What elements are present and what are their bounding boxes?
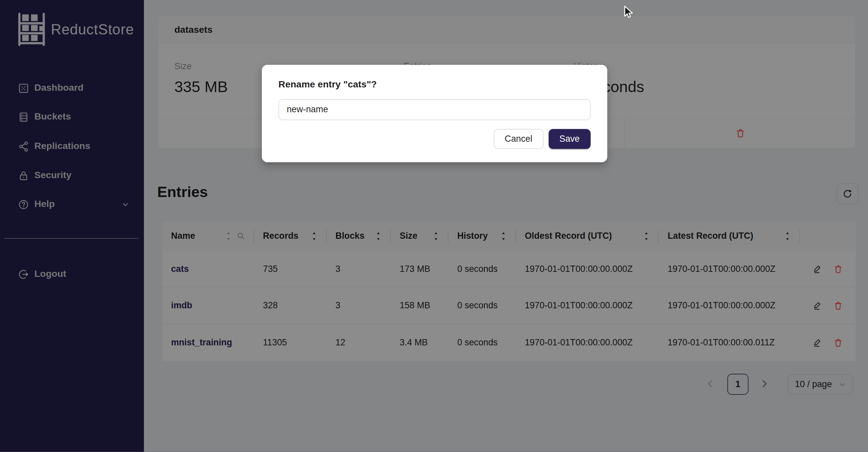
modal-footer: Cancel Save	[278, 129, 591, 149]
modal-title: Rename entry "cats"?	[278, 79, 591, 90]
app-root: ReductStore Dashboard	[0, 0, 868, 452]
save-button[interactable]: Save	[548, 129, 591, 149]
entry-name-input[interactable]	[278, 99, 591, 120]
rename-entry-modal: Rename entry "cats"? Cancel Save	[262, 65, 607, 162]
cancel-button[interactable]: Cancel	[494, 129, 543, 149]
